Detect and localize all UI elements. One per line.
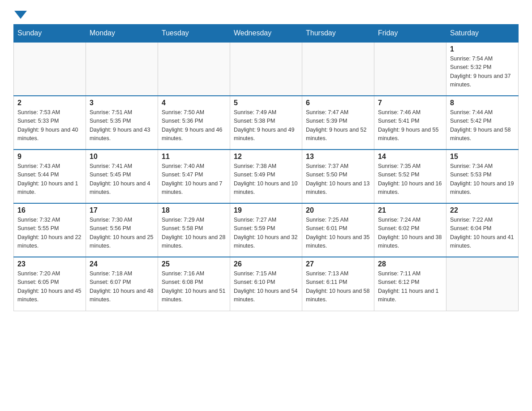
calendar-day: 9Sunrise: 7:43 AM Sunset: 5:44 PM Daylig… <box>14 150 86 203</box>
day-number: 7 <box>378 99 442 107</box>
day-info: Sunrise: 7:30 AM Sunset: 5:56 PM Dayligh… <box>90 216 154 251</box>
calendar-table: SundayMondayTuesdayWednesdayThursdayFrid… <box>13 24 519 311</box>
page-header <box>13 9 519 17</box>
day-number: 28 <box>378 260 442 268</box>
day-number: 15 <box>450 153 515 161</box>
calendar-day: 20Sunrise: 7:25 AM Sunset: 6:01 PM Dayli… <box>302 203 374 257</box>
day-info: Sunrise: 7:49 AM Sunset: 5:38 PM Dayligh… <box>234 108 298 143</box>
weekday-header-thursday: Thursday <box>302 25 374 43</box>
calendar-day: 26Sunrise: 7:15 AM Sunset: 6:10 PM Dayli… <box>230 257 302 311</box>
day-number: 25 <box>162 260 226 268</box>
day-info: Sunrise: 7:54 AM Sunset: 5:32 PM Dayligh… <box>450 55 515 90</box>
day-info: Sunrise: 7:53 AM Sunset: 5:33 PM Dayligh… <box>17 108 82 143</box>
calendar-day: 6Sunrise: 7:47 AM Sunset: 5:39 PM Daylig… <box>302 96 374 150</box>
calendar-day: 12Sunrise: 7:38 AM Sunset: 5:49 PM Dayli… <box>230 150 302 203</box>
day-number: 22 <box>450 206 515 214</box>
day-number: 2 <box>17 99 82 107</box>
day-number: 3 <box>90 99 154 107</box>
calendar-day <box>86 42 158 96</box>
day-info: Sunrise: 7:38 AM Sunset: 5:49 PM Dayligh… <box>234 162 298 197</box>
logo <box>13 9 27 17</box>
calendar-day <box>230 42 302 96</box>
day-number: 11 <box>162 153 226 161</box>
day-number: 13 <box>306 153 370 161</box>
day-number: 20 <box>306 206 370 214</box>
calendar-day: 13Sunrise: 7:37 AM Sunset: 5:50 PM Dayli… <box>302 150 374 203</box>
calendar-day: 19Sunrise: 7:27 AM Sunset: 5:59 PM Dayli… <box>230 203 302 257</box>
calendar-day: 18Sunrise: 7:29 AM Sunset: 5:58 PM Dayli… <box>158 203 230 257</box>
day-info: Sunrise: 7:43 AM Sunset: 5:44 PM Dayligh… <box>17 162 82 197</box>
day-number: 5 <box>234 99 298 107</box>
calendar-day: 7Sunrise: 7:46 AM Sunset: 5:41 PM Daylig… <box>374 96 446 150</box>
day-info: Sunrise: 7:11 AM Sunset: 6:12 PM Dayligh… <box>378 270 442 304</box>
calendar-week-2: 2Sunrise: 7:53 AM Sunset: 5:33 PM Daylig… <box>14 96 519 150</box>
calendar-day: 24Sunrise: 7:18 AM Sunset: 6:07 PM Dayli… <box>86 257 158 311</box>
weekday-header-sunday: Sunday <box>14 25 86 43</box>
day-number: 19 <box>234 206 298 214</box>
calendar-body: 1Sunrise: 7:54 AM Sunset: 5:32 PM Daylig… <box>14 42 519 311</box>
day-info: Sunrise: 7:18 AM Sunset: 6:07 PM Dayligh… <box>90 270 154 304</box>
day-info: Sunrise: 7:29 AM Sunset: 5:58 PM Dayligh… <box>162 216 226 251</box>
day-info: Sunrise: 7:20 AM Sunset: 6:05 PM Dayligh… <box>17 270 82 304</box>
calendar-header: SundayMondayTuesdayWednesdayThursdayFrid… <box>14 25 519 43</box>
calendar-week-1: 1Sunrise: 7:54 AM Sunset: 5:32 PM Daylig… <box>14 42 519 96</box>
day-number: 17 <box>90 206 154 214</box>
calendar-day: 1Sunrise: 7:54 AM Sunset: 5:32 PM Daylig… <box>446 42 519 96</box>
weekday-header-monday: Monday <box>86 25 158 43</box>
calendar-day: 3Sunrise: 7:51 AM Sunset: 5:35 PM Daylig… <box>86 96 158 150</box>
day-info: Sunrise: 7:22 AM Sunset: 6:04 PM Dayligh… <box>450 216 515 251</box>
day-number: 14 <box>378 153 442 161</box>
calendar-day: 5Sunrise: 7:49 AM Sunset: 5:38 PM Daylig… <box>230 96 302 150</box>
calendar-day <box>158 42 230 96</box>
calendar-day: 17Sunrise: 7:30 AM Sunset: 5:56 PM Dayli… <box>86 203 158 257</box>
day-number: 21 <box>378 206 442 214</box>
day-info: Sunrise: 7:46 AM Sunset: 5:41 PM Dayligh… <box>378 108 442 143</box>
calendar-day <box>446 257 519 311</box>
weekday-header-row: SundayMondayTuesdayWednesdayThursdayFrid… <box>14 25 519 43</box>
day-number: 8 <box>450 99 515 107</box>
calendar-week-3: 9Sunrise: 7:43 AM Sunset: 5:44 PM Daylig… <box>14 150 519 203</box>
calendar-day: 15Sunrise: 7:34 AM Sunset: 5:53 PM Dayli… <box>446 150 519 203</box>
weekday-header-wednesday: Wednesday <box>230 25 302 43</box>
day-number: 16 <box>17 206 82 214</box>
calendar-day: 25Sunrise: 7:16 AM Sunset: 6:08 PM Dayli… <box>158 257 230 311</box>
day-number: 12 <box>234 153 298 161</box>
day-number: 23 <box>17 260 82 268</box>
calendar-day: 10Sunrise: 7:41 AM Sunset: 5:45 PM Dayli… <box>86 150 158 203</box>
day-info: Sunrise: 7:35 AM Sunset: 5:52 PM Dayligh… <box>378 162 442 197</box>
weekday-header-tuesday: Tuesday <box>158 25 230 43</box>
weekday-header-saturday: Saturday <box>446 25 519 43</box>
logo-general <box>13 9 27 19</box>
day-number: 1 <box>450 45 515 53</box>
day-info: Sunrise: 7:25 AM Sunset: 6:01 PM Dayligh… <box>306 216 370 251</box>
day-info: Sunrise: 7:13 AM Sunset: 6:11 PM Dayligh… <box>306 270 370 304</box>
calendar-day <box>302 42 374 96</box>
calendar-day: 11Sunrise: 7:40 AM Sunset: 5:47 PM Dayli… <box>158 150 230 203</box>
calendar-day: 8Sunrise: 7:44 AM Sunset: 5:42 PM Daylig… <box>446 96 519 150</box>
calendar-day <box>374 42 446 96</box>
weekday-header-friday: Friday <box>374 25 446 43</box>
day-number: 6 <box>306 99 370 107</box>
day-number: 26 <box>234 260 298 268</box>
calendar-day: 23Sunrise: 7:20 AM Sunset: 6:05 PM Dayli… <box>14 257 86 311</box>
day-info: Sunrise: 7:44 AM Sunset: 5:42 PM Dayligh… <box>450 108 515 143</box>
calendar-day <box>14 42 86 96</box>
day-number: 24 <box>90 260 154 268</box>
day-info: Sunrise: 7:41 AM Sunset: 5:45 PM Dayligh… <box>90 162 154 197</box>
calendar-day: 4Sunrise: 7:50 AM Sunset: 5:36 PM Daylig… <box>158 96 230 150</box>
day-number: 18 <box>162 206 226 214</box>
day-number: 10 <box>90 153 154 161</box>
logo-triangle-icon <box>14 11 27 19</box>
calendar-week-4: 16Sunrise: 7:32 AM Sunset: 5:55 PM Dayli… <box>14 203 519 257</box>
day-info: Sunrise: 7:47 AM Sunset: 5:39 PM Dayligh… <box>306 108 370 143</box>
calendar-day: 16Sunrise: 7:32 AM Sunset: 5:55 PM Dayli… <box>14 203 86 257</box>
day-info: Sunrise: 7:40 AM Sunset: 5:47 PM Dayligh… <box>162 162 226 197</box>
day-info: Sunrise: 7:32 AM Sunset: 5:55 PM Dayligh… <box>17 216 82 251</box>
day-info: Sunrise: 7:50 AM Sunset: 5:36 PM Dayligh… <box>162 108 226 143</box>
calendar-week-5: 23Sunrise: 7:20 AM Sunset: 6:05 PM Dayli… <box>14 257 519 311</box>
calendar-day: 14Sunrise: 7:35 AM Sunset: 5:52 PM Dayli… <box>374 150 446 203</box>
calendar-day: 27Sunrise: 7:13 AM Sunset: 6:11 PM Dayli… <box>302 257 374 311</box>
day-info: Sunrise: 7:37 AM Sunset: 5:50 PM Dayligh… <box>306 162 370 197</box>
day-info: Sunrise: 7:34 AM Sunset: 5:53 PM Dayligh… <box>450 162 515 197</box>
day-number: 4 <box>162 99 226 107</box>
